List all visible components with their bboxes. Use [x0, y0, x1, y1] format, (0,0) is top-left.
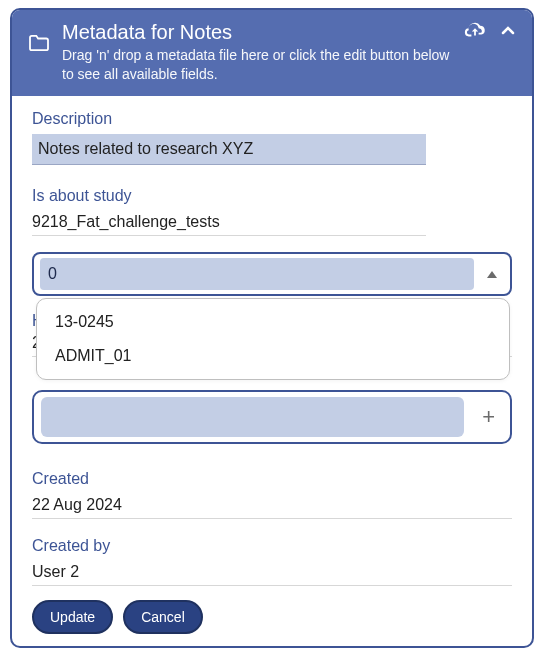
study-field: Is about study 9218_Fat_challenge_tests — [32, 187, 512, 236]
add-combo-inner[interactable] — [41, 397, 464, 437]
folder-icon — [28, 34, 50, 56]
study-search-combo[interactable]: 13-0245 ADMIT_01 — [32, 252, 512, 296]
metadata-panel: Metadata for Notes Drag 'n' drop a metad… — [10, 8, 534, 648]
dropdown-option-1[interactable]: ADMIT_01 — [37, 339, 509, 373]
plus-icon[interactable]: + — [474, 406, 503, 428]
created-field: Created 22 Aug 2024 — [32, 470, 512, 519]
created-value: 22 Aug 2024 — [32, 494, 512, 519]
study-search-inner — [40, 258, 474, 290]
add-combo[interactable]: + — [32, 390, 512, 444]
panel-title: Metadata for Notes — [62, 20, 452, 44]
created-label: Created — [32, 470, 512, 488]
cancel-button[interactable]: Cancel — [123, 600, 203, 634]
upload-icon[interactable] — [464, 22, 486, 44]
created-by-value: User 2 — [32, 561, 512, 586]
panel-body: Description Is about study 9218_Fat_chal… — [12, 96, 532, 648]
update-button[interactable]: Update — [32, 600, 113, 634]
header-icons — [464, 22, 516, 44]
button-row: Update Cancel — [32, 600, 512, 634]
dropdown-collapse-icon[interactable] — [480, 265, 504, 283]
collapse-icon[interactable] — [500, 23, 516, 43]
created-by-field: Created by User 2 — [32, 537, 512, 586]
description-field: Description — [32, 110, 512, 165]
created-by-label: Created by — [32, 537, 512, 555]
panel-subtitle: Drag 'n' drop a metadata file here or cl… — [62, 46, 452, 84]
description-input[interactable] — [32, 134, 426, 165]
study-search-input[interactable] — [40, 258, 474, 290]
study-label: Is about study — [32, 187, 512, 205]
description-label: Description — [32, 110, 512, 128]
study-value: 9218_Fat_challenge_tests — [32, 211, 426, 236]
study-dropdown: 13-0245 ADMIT_01 — [36, 298, 510, 380]
panel-header: Metadata for Notes Drag 'n' drop a metad… — [12, 10, 532, 96]
dropdown-option-0[interactable]: 13-0245 — [37, 305, 509, 339]
panel-title-block: Metadata for Notes Drag 'n' drop a metad… — [62, 20, 452, 84]
